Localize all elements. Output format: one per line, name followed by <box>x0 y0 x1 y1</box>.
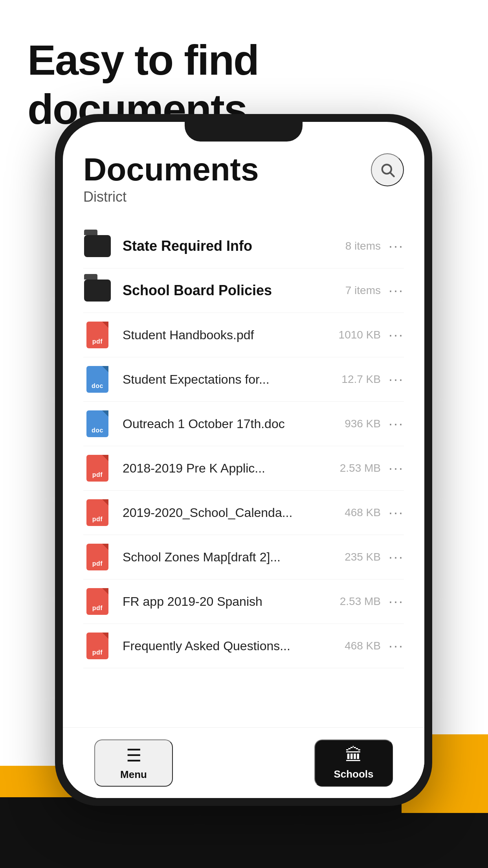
pdf-icon: pdf <box>83 632 112 660</box>
tab-bar: ☰ Menu 🏛 Schools <box>63 727 424 798</box>
file-name: Outreach 1 October 17th.doc <box>123 417 330 431</box>
file-size: 2.53 MB <box>338 595 381 608</box>
documents-subtitle: District <box>83 189 259 205</box>
more-button[interactable]: ··· <box>389 593 404 610</box>
more-button[interactable]: ··· <box>389 371 404 388</box>
file-name: State Required Info <box>123 238 330 254</box>
search-button[interactable] <box>371 153 404 186</box>
header-left: Documents District <box>83 153 259 205</box>
more-button[interactable]: ··· <box>389 282 404 299</box>
pdf-icon: pdf <box>83 587 112 616</box>
more-button[interactable]: ··· <box>389 504 404 521</box>
menu-tab[interactable]: ☰ Menu <box>94 739 173 787</box>
file-size: 2.53 MB <box>338 462 381 474</box>
file-size: 235 KB <box>338 551 381 563</box>
file-name: School Board Policies <box>123 282 330 299</box>
list-item[interactable]: pdf 2019-2020_School_Calenda... 468 KB ·… <box>83 491 404 535</box>
more-button[interactable]: ··· <box>389 549 404 565</box>
doc-icon: doc <box>83 365 112 394</box>
file-size: 12.7 KB <box>338 373 381 386</box>
list-item[interactable]: pdf Frequently Asked Questions... 468 KB… <box>83 624 404 668</box>
more-button[interactable]: ··· <box>389 238 404 254</box>
file-size: 8 items <box>338 240 381 252</box>
file-size: 936 KB <box>338 417 381 430</box>
file-name: 2019-2020_School_Calenda... <box>123 506 330 520</box>
app-header: Documents District <box>83 153 404 205</box>
file-size: 468 KB <box>338 506 381 519</box>
file-name: School Zones Map[draft 2]... <box>123 550 330 565</box>
list-item[interactable]: doc Student Expectations for... 12.7 KB … <box>83 357 404 402</box>
search-icon <box>380 162 395 178</box>
list-item[interactable]: pdf School Zones Map[draft 2]... 235 KB … <box>83 535 404 579</box>
pdf-icon: pdf <box>83 543 112 571</box>
pdf-icon: pdf <box>83 454 112 482</box>
app-content: Documents District State Requ <box>63 122 424 727</box>
schools-icon: 🏛 <box>345 745 362 765</box>
menu-tab-label: Menu <box>120 769 147 781</box>
file-size: 468 KB <box>338 640 381 652</box>
phone-mockup: Documents District State Requ <box>55 114 432 806</box>
file-name: Student Expectations for... <box>123 372 330 387</box>
more-button[interactable]: ··· <box>389 638 404 654</box>
file-list: State Required Info 8 items ··· School B… <box>83 224 404 727</box>
schools-tab[interactable]: 🏛 Schools <box>314 739 393 787</box>
file-size: 1010 KB <box>338 329 381 341</box>
folder-icon <box>83 232 112 260</box>
more-button[interactable]: ··· <box>389 327 404 343</box>
phone-notch <box>185 122 303 142</box>
list-item[interactable]: State Required Info 8 items ··· <box>83 224 404 268</box>
phone-screen: Documents District State Requ <box>63 122 424 798</box>
list-item[interactable]: School Board Policies 7 items ··· <box>83 268 404 313</box>
more-button[interactable]: ··· <box>389 460 404 476</box>
folder-icon <box>83 276 112 305</box>
list-item[interactable]: pdf Student Handbooks.pdf 1010 KB ··· <box>83 313 404 357</box>
file-name: Student Handbooks.pdf <box>123 328 330 342</box>
list-item[interactable]: doc Outreach 1 October 17th.doc 936 KB ·… <box>83 402 404 446</box>
pdf-icon: pdf <box>83 321 112 349</box>
schools-tab-label: Schools <box>334 768 373 780</box>
file-name: FR app 2019-20 Spanish <box>123 594 330 609</box>
documents-title: Documents <box>83 153 259 186</box>
svg-line-1 <box>391 173 394 177</box>
pdf-icon: pdf <box>83 498 112 527</box>
doc-icon: doc <box>83 410 112 438</box>
file-size: 7 items <box>338 284 381 297</box>
list-item[interactable]: pdf FR app 2019-20 Spanish 2.53 MB ··· <box>83 579 404 624</box>
more-button[interactable]: ··· <box>389 416 404 432</box>
file-name: 2018-2019 Pre K Applic... <box>123 461 330 476</box>
list-item[interactable]: pdf 2018-2019 Pre K Applic... 2.53 MB ··… <box>83 446 404 491</box>
file-name: Frequently Asked Questions... <box>123 639 330 653</box>
menu-icon: ☰ <box>126 745 141 765</box>
